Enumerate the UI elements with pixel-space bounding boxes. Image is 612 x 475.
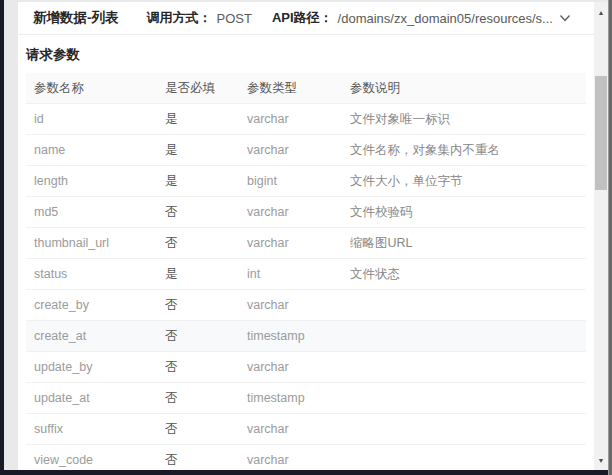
table-row: update_at 否 timestamp [26, 383, 586, 414]
cell-required: 否 [157, 228, 239, 259]
cell-type: timestamp [239, 383, 342, 414]
cell-description: 文件对象唯一标识 [342, 104, 586, 135]
cell-param-name: update_by [26, 352, 157, 383]
cell-description: 文件状态 [342, 259, 586, 290]
cell-param-name: thumbnail_url [26, 228, 157, 259]
cell-type: varchar [239, 352, 342, 383]
cell-description [342, 414, 586, 445]
cell-required: 是 [157, 166, 239, 197]
cell-param-name: length [26, 166, 157, 197]
cell-type: varchar [239, 104, 342, 135]
cell-description [342, 321, 586, 352]
cell-description [342, 352, 586, 383]
cell-type: varchar [239, 228, 342, 259]
cell-type: varchar [239, 135, 342, 166]
window-edge-bottom [0, 470, 612, 475]
cell-required: 否 [157, 445, 239, 471]
api-doc-panel: 新增数据-列表 调用方式： POST API路径： /domains/zx_do… [18, 2, 594, 470]
chevron-down-icon[interactable] [558, 12, 572, 24]
panel-scrollbar[interactable]: ▲ ▼ [594, 2, 608, 470]
call-method-value: POST [217, 11, 252, 26]
table-row: status 是 int 文件状态 [26, 259, 586, 290]
params-table: 参数名称 是否必填 参数类型 参数说明 id 是 varchar 文件对象唯一标… [26, 73, 586, 470]
table-row: view_code 否 varchar [26, 445, 586, 471]
cell-param-name: name [26, 135, 157, 166]
call-method-label: 调用方式： [147, 9, 212, 27]
request-params-section: 请求参数 参数名称 是否必填 参数类型 参数说明 id 是 varchar 文件… [18, 35, 594, 470]
table-header-row: 参数名称 是否必填 参数类型 参数说明 [26, 73, 586, 104]
cell-type: varchar [239, 414, 342, 445]
cell-required: 是 [157, 104, 239, 135]
cell-param-name: status [26, 259, 157, 290]
table-row: create_by 否 varchar [26, 290, 586, 321]
cell-type: bigint [239, 166, 342, 197]
window-edge-left [0, 0, 4, 475]
cell-description: 文件名称，对象集内不重名 [342, 135, 586, 166]
cell-required: 否 [157, 352, 239, 383]
table-row: update_by 否 varchar [26, 352, 586, 383]
api-title: 新增数据-列表 [33, 9, 119, 27]
scroll-down-icon[interactable]: ▼ [594, 453, 608, 467]
table-row: length 是 bigint 文件大小，单位字节 [26, 166, 586, 197]
col-header-desc: 参数说明 [342, 73, 586, 104]
table-row: id 是 varchar 文件对象唯一标识 [26, 104, 586, 135]
cell-type: varchar [239, 290, 342, 321]
table-row: name 是 varchar 文件名称，对象集内不重名 [26, 135, 586, 166]
table-row: thumbnail_url 否 varchar 缩略图URL [26, 228, 586, 259]
cell-required: 是 [157, 135, 239, 166]
cell-param-name: id [26, 104, 157, 135]
col-header-type: 参数类型 [239, 73, 342, 104]
scrollbar-thumb[interactable] [595, 76, 607, 190]
cell-description [342, 290, 586, 321]
cell-description: 文件大小，单位字节 [342, 166, 586, 197]
call-method: 调用方式： POST [147, 9, 252, 27]
cell-param-name: create_by [26, 290, 157, 321]
cell-required: 否 [157, 383, 239, 414]
table-row: suffix 否 varchar [26, 414, 586, 445]
api-section-header[interactable]: 新增数据-列表 调用方式： POST API路径： /domains/zx_do… [18, 2, 594, 35]
cell-param-name: md5 [26, 197, 157, 228]
cell-param-name: view_code [26, 445, 157, 471]
outer-scrollbar[interactable] [608, 0, 612, 475]
cell-description: 缩略图URL [342, 228, 586, 259]
cell-required: 是 [157, 259, 239, 290]
api-path: API路径： /domains/zx_domain05/resources/s.… [272, 9, 553, 27]
cell-description [342, 445, 586, 471]
cell-type: varchar [239, 197, 342, 228]
cell-required: 否 [157, 321, 239, 352]
table-row: create_at 否 timestamp [26, 321, 586, 352]
cell-param-name: update_at [26, 383, 157, 414]
api-path-value: /domains/zx_domain05/resources/s... [338, 11, 553, 26]
cell-required: 否 [157, 290, 239, 321]
table-row: md5 否 varchar 文件校验码 [26, 197, 586, 228]
cell-required: 否 [157, 414, 239, 445]
col-header-required: 是否必填 [157, 73, 239, 104]
col-header-name: 参数名称 [26, 73, 157, 104]
cell-description: 文件校验码 [342, 197, 586, 228]
section-title: 请求参数 [26, 46, 586, 64]
scroll-up-icon[interactable]: ▲ [594, 5, 608, 19]
cell-type: int [239, 259, 342, 290]
cell-type: varchar [239, 445, 342, 471]
api-path-label: API路径： [272, 9, 333, 27]
cell-param-name: create_at [26, 321, 157, 352]
cell-description [342, 383, 586, 414]
cell-param-name: suffix [26, 414, 157, 445]
cell-required: 否 [157, 197, 239, 228]
cell-type: timestamp [239, 321, 342, 352]
